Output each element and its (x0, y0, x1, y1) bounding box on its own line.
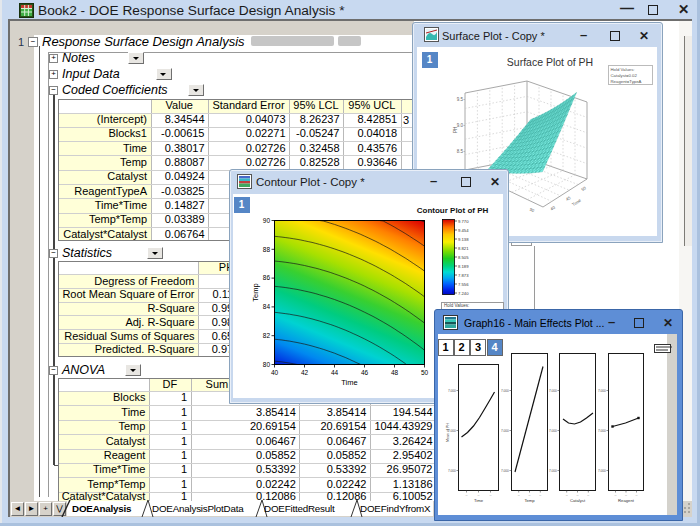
svg-text:--: -- (489, 492, 491, 496)
svg-text:90: 90 (262, 216, 270, 223)
svg-text:7.000: 7.000 (548, 468, 556, 472)
svg-text:Temp: Temp (250, 283, 259, 301)
svg-text:Time: Time (473, 497, 483, 502)
svg-text:90: 90 (529, 207, 536, 214)
svg-text:7.000: 7.000 (447, 388, 455, 392)
svg-text:--: -- (565, 492, 567, 496)
svg-text:8.189: 8.189 (458, 263, 469, 268)
svg-text:7.000: 7.000 (500, 428, 508, 432)
svg-text:--: -- (625, 492, 627, 496)
svg-text:9.454: 9.454 (458, 227, 469, 232)
svg-text:9.138: 9.138 (458, 236, 469, 241)
svg-text:7.873: 7.873 (458, 272, 469, 277)
svg-text:Catalyst: Catalyst (569, 497, 585, 502)
svg-text:PH: PH (453, 127, 458, 133)
svg-text:--: -- (587, 492, 589, 496)
svg-text:88: 88 (262, 245, 270, 252)
svg-text:Reagent: Reagent (618, 497, 635, 502)
svg-text:48: 48 (390, 368, 398, 375)
svg-text:9.770: 9.770 (458, 218, 469, 223)
svg-text:7.000: 7.000 (548, 428, 556, 432)
svg-text:50: 50 (420, 368, 428, 375)
svg-text:8.5: 8.5 (457, 149, 464, 154)
svg-text:8.505: 8.505 (458, 254, 469, 259)
svg-text:84: 84 (262, 303, 270, 310)
svg-text:--: -- (517, 492, 519, 496)
svg-text:40: 40 (270, 368, 278, 375)
svg-text:44: 44 (330, 368, 338, 375)
svg-text:Time: Time (571, 198, 582, 208)
svg-text:45: 45 (565, 195, 572, 202)
svg-text:7.000: 7.000 (597, 468, 605, 472)
svg-text:Mean of PH: Mean of PH (445, 422, 449, 441)
svg-text:7.000: 7.000 (597, 388, 605, 392)
svg-text:7.556: 7.556 (458, 281, 469, 286)
svg-text:50: 50 (580, 185, 587, 192)
svg-text:--: -- (635, 492, 637, 496)
svg-text:Temp: Temp (524, 497, 535, 502)
svg-text:80: 80 (262, 360, 270, 367)
svg-text:--: -- (528, 492, 530, 496)
svg-text:--: -- (614, 492, 616, 496)
svg-text:Time: Time (341, 377, 357, 386)
svg-text:82: 82 (262, 331, 270, 338)
svg-text:9.5: 9.5 (457, 97, 464, 102)
svg-text:7.000: 7.000 (500, 468, 508, 472)
svg-text:7.000: 7.000 (447, 468, 455, 472)
svg-text:40: 40 (549, 205, 556, 212)
svg-text:46: 46 (360, 368, 368, 375)
svg-text:86: 86 (262, 274, 270, 281)
svg-text:7.000: 7.000 (548, 388, 556, 392)
svg-text:--: -- (465, 492, 467, 496)
svg-text:--: -- (576, 492, 578, 496)
svg-text:--: -- (477, 492, 479, 496)
svg-text:42: 42 (300, 368, 308, 375)
svg-text:7.000: 7.000 (597, 428, 605, 432)
svg-text:7.000: 7.000 (500, 388, 508, 392)
svg-text:8.821: 8.821 (458, 245, 469, 250)
svg-text:--: -- (539, 492, 541, 496)
svg-text:7.240: 7.240 (458, 290, 469, 295)
